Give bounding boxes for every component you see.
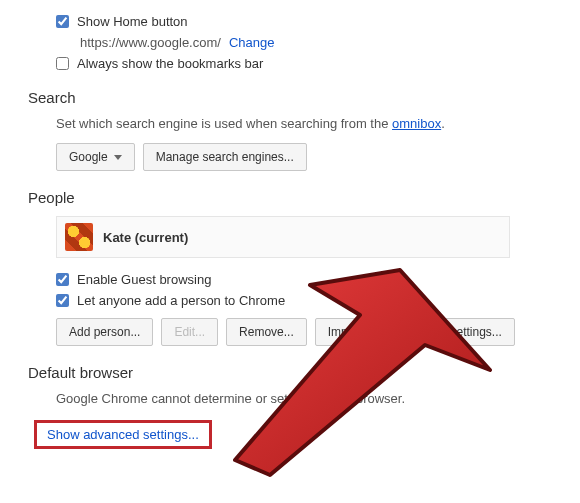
people-section: People Kate (current) Enable Guest brows… xyxy=(0,189,580,346)
show-home-label: Show Home button xyxy=(77,14,188,29)
default-browser-title: Default browser xyxy=(28,364,580,381)
chevron-down-icon xyxy=(114,155,122,160)
bookmarks-bar-checkbox[interactable] xyxy=(56,57,69,70)
search-title: Search xyxy=(28,89,580,106)
profile-name: Kate (current) xyxy=(103,230,188,245)
search-section: Search Set which search engine is used w… xyxy=(0,89,580,171)
home-url-text: https://www.google.com/ xyxy=(80,35,221,50)
anyone-add-checkbox[interactable] xyxy=(56,294,69,307)
default-browser-desc: Google Chrome cannot determine or set th… xyxy=(56,391,580,406)
guest-browsing-checkbox[interactable] xyxy=(56,273,69,286)
search-engine-dropdown[interactable]: Google xyxy=(56,143,135,171)
show-advanced-settings-link[interactable]: Show advanced settings... xyxy=(47,427,199,442)
search-desc: Set which search engine is used when sea… xyxy=(56,116,580,131)
search-engine-label: Google xyxy=(69,150,108,164)
guest-browsing-label: Enable Guest browsing xyxy=(77,272,211,287)
edit-person-button[interactable]: Edit... xyxy=(161,318,218,346)
show-home-checkbox[interactable] xyxy=(56,15,69,28)
anyone-add-label: Let anyone add a person to Chrome xyxy=(77,293,285,308)
profile-row[interactable]: Kate (current) xyxy=(56,216,510,258)
default-browser-section: Default browser Google Chrome cannot det… xyxy=(0,364,580,406)
manage-search-engines-button[interactable]: Manage search engines... xyxy=(143,143,307,171)
import-bookmarks-button[interactable]: Import bookmarks and settings... xyxy=(315,318,515,346)
add-person-button[interactable]: Add person... xyxy=(56,318,153,346)
people-title: People xyxy=(28,189,580,206)
bookmarks-bar-label: Always show the bookmarks bar xyxy=(77,56,263,71)
remove-person-button[interactable]: Remove... xyxy=(226,318,307,346)
avatar xyxy=(65,223,93,251)
advanced-settings-highlight: Show advanced settings... xyxy=(34,420,212,449)
change-home-link[interactable]: Change xyxy=(229,35,275,50)
omnibox-link[interactable]: omnibox xyxy=(392,116,441,131)
